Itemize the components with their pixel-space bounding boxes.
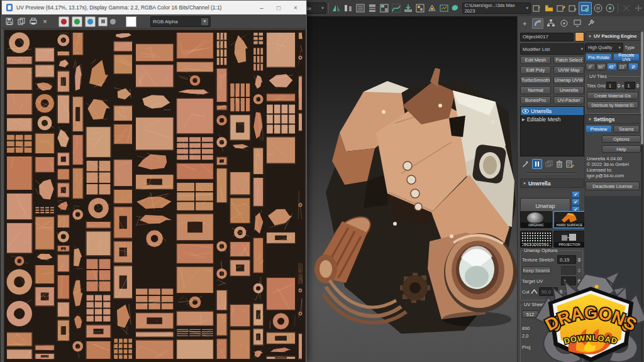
uvw-map-button[interactable]: UVW Map — [553, 66, 584, 74]
render-production-icon[interactable] — [450, 3, 462, 14]
mode-organic-button[interactable]: ORGANIC — [520, 211, 552, 228]
maximize-button[interactable]: □ — [272, 4, 286, 11]
texture-stretch-spinner[interactable] — [577, 258, 581, 262]
cut-angle-spinner[interactable] — [559, 290, 563, 294]
remove-modifier-trash-icon[interactable] — [556, 160, 563, 168]
seams-button[interactable]: Seams — [613, 125, 640, 133]
uv-packing-rollout-header[interactable]: ▼UV Packing Engine — [586, 31, 642, 41]
quality-dropdown[interactable]: High Quality▾ — [586, 43, 623, 52]
utilities-tab-icon[interactable] — [585, 18, 596, 29]
preview-button[interactable]: Preview — [586, 125, 612, 133]
configure-modifier-sets-icon[interactable] — [566, 160, 574, 168]
export-file-icon[interactable] — [567, 3, 579, 14]
bonespro-button[interactable]: BonesPro — [520, 96, 551, 104]
uv-texture-canvas[interactable] — [4, 30, 304, 361]
scene-explorer-icon[interactable] — [367, 3, 379, 14]
project-path-dropdown[interactable]: C:\Users\igor...\3ds Max 2023▾ — [462, 3, 531, 14]
angle-45-button[interactable]: 45° — [607, 63, 617, 70]
edit-mesh-button[interactable]: Edit Mesh — [520, 56, 551, 64]
save-image-icon[interactable] — [4, 17, 14, 26]
patch-select-button[interactable]: Patch Select — [553, 56, 584, 64]
angle-90-button[interactable]: 90° — [596, 63, 606, 70]
curve-editor-icon[interactable] — [391, 3, 402, 14]
show-end-result-icon[interactable] — [532, 159, 542, 169]
distribute-material-id-button[interactable]: Distribute by Material ID — [587, 101, 638, 109]
angle-0-button[interactable]: 0° — [586, 63, 596, 70]
blue-channel-button[interactable] — [85, 16, 96, 27]
make-unique-icon[interactable] — [545, 160, 553, 168]
rescale-uvs-button[interactable]: Rescale UVs — [613, 53, 640, 61]
modifier-list-dropdown[interactable]: Modifier List▾ — [520, 43, 586, 55]
open-folder-icon[interactable] — [543, 3, 555, 14]
pause-circle-icon[interactable] — [592, 3, 604, 14]
keep-seams-button[interactable]: Keep Seams — [522, 266, 551, 274]
material-editor-icon[interactable] — [414, 3, 426, 14]
tiles-x-field[interactable]: 1 — [606, 82, 617, 89]
time-circle-icon[interactable] — [604, 3, 616, 14]
object-name-field[interactable]: Object4017 — [520, 33, 574, 41]
rendered-frame-icon[interactable] — [438, 3, 450, 14]
mode-projection-button[interactable]: PROJECTION — [553, 231, 586, 248]
uv-packer-button[interactable]: UV-Packer — [553, 96, 584, 104]
channel-display-dropdown[interactable]: RGB Alpha ▼ — [150, 16, 211, 27]
deactivate-license-button[interactable]: Deactivate License — [586, 182, 640, 190]
panel-scrollbar-thumb[interactable] — [641, 31, 643, 145]
keep-seams-field[interactable] — [561, 266, 576, 275]
alpha-channel-button[interactable] — [98, 17, 108, 26]
align-icon[interactable] — [343, 3, 355, 14]
mirror-icon[interactable] — [331, 3, 343, 14]
layer-explorer-icon[interactable] — [355, 3, 367, 14]
schematic-view-icon[interactable] — [402, 3, 414, 14]
import-icon[interactable] — [531, 3, 543, 14]
angle-free-button[interactable]: Ø — [628, 63, 638, 70]
mode-pack-existing-button[interactable]: PACK EXISTING — [520, 231, 552, 248]
cut-angle-icon[interactable] — [531, 289, 538, 294]
stack-item-unwrella[interactable]: Unwrella — [521, 107, 584, 115]
tiles-x-spinner[interactable] — [617, 84, 621, 88]
unwrella-modifier-button[interactable]: Unwrella — [553, 86, 584, 94]
create-material-ids-button[interactable]: Create Material IDs — [587, 92, 638, 99]
visibility-eye-icon[interactable] — [522, 109, 529, 114]
texture-stretch-field[interactable]: 0,15 — [557, 255, 576, 264]
print-image-icon[interactable] — [28, 17, 38, 26]
clear-image-icon[interactable]: × — [40, 17, 50, 26]
options-button[interactable]: Options — [602, 135, 641, 143]
unwrella-rollout-header[interactable]: ▼Unwrella — [520, 178, 584, 188]
snip-icon[interactable] — [620, 3, 632, 14]
edit-poly-button[interactable]: Edit Poly — [520, 66, 551, 74]
copy-image-icon[interactable] — [16, 17, 26, 26]
red-channel-button[interactable] — [58, 16, 69, 27]
add-icon[interactable] — [632, 3, 644, 14]
normal-button[interactable]: Normal — [520, 86, 551, 94]
pin-stack-icon[interactable] — [521, 160, 529, 168]
settings-rollout-header[interactable]: ▼Settings — [586, 114, 642, 124]
save-file-icon[interactable] — [555, 3, 567, 14]
uv-preview-titlebar[interactable]: UV Preview (64.17%, 13.17s), Display Gam… — [2, 1, 306, 14]
ribbon-icon[interactable] — [379, 3, 391, 14]
unwrap-uvw-button[interactable]: Unwrap UVW — [553, 76, 584, 84]
object-color-swatch[interactable] — [575, 32, 584, 41]
perspective-viewport[interactable] — [307, 16, 517, 362]
sheet-512-button[interactable]: 512 — [522, 310, 538, 318]
panel-splitter[interactable] — [526, 172, 577, 174]
angle-23-button[interactable]: 23° — [618, 63, 628, 70]
expand-arrow-icon[interactable]: ▶ — [522, 117, 525, 121]
target-uv-field[interactable]: 1 — [561, 277, 576, 285]
cut-angle-field[interactable]: 90,0 — [539, 287, 558, 296]
unwrap-check-1-icon[interactable]: ✔ — [572, 191, 580, 198]
unwrap-check-2-icon[interactable]: ✔ — [572, 199, 580, 206]
cut-dropdown-icon[interactable]: ▼ — [564, 290, 568, 293]
background-color-swatch[interactable] — [126, 16, 136, 27]
tiles-y-spinner[interactable] — [636, 84, 640, 88]
turbosmooth-button[interactable]: TurboSmooth — [520, 76, 551, 84]
autobackup-toggle-icon[interactable] — [579, 2, 592, 15]
keep-seams-spinner[interactable] — [577, 268, 581, 273]
tiles-y-field[interactable]: 1 — [625, 82, 635, 89]
stack-item-editable-mesh[interactable]: ▶ Editable Mesh — [521, 115, 584, 123]
panel-scrollbar[interactable] — [641, 31, 643, 362]
dropdown-arrow-icon[interactable]: ▼ — [201, 18, 208, 25]
green-channel-button[interactable] — [72, 16, 82, 27]
close-button[interactable]: × — [289, 4, 303, 11]
pre-rotate-button[interactable]: Pre-Rotate — [586, 53, 612, 61]
help-button[interactable]: Help — [602, 145, 641, 153]
